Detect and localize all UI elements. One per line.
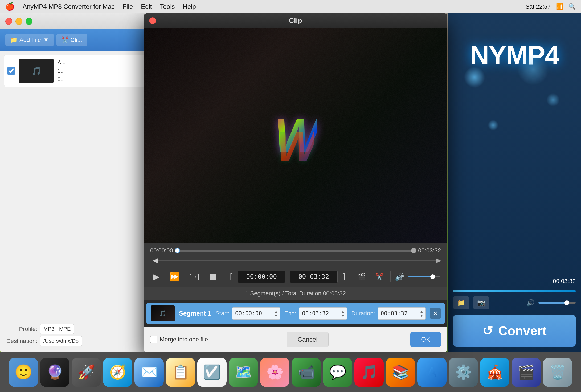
split-button[interactable]: ✂️ (373, 271, 386, 282)
photos-icon: 🌸 (266, 364, 284, 380)
convert-button[interactable]: ↺ Convert (453, 315, 576, 347)
mail-icon: ✉️ (141, 364, 158, 380)
menubar: 🍎 AnyMP4 MP3 Converter for Mac File Edit… (0, 0, 581, 13)
segment-start-group: Start: 00:00:00 ▲ ▼ (215, 307, 280, 320)
segment-end-timecode[interactable]: 00:03:32 ▲ ▼ (299, 307, 347, 320)
siri-icon: 🔮 (46, 364, 64, 380)
ctrl-divider-2 (351, 271, 351, 282)
close-button[interactable] (5, 18, 12, 25)
apple-menu[interactable]: 🍎 (5, 2, 15, 11)
segments-info-bar: 1 Segment(s) / Total Duration 00:03:32 (144, 287, 447, 300)
segment-start-arrows[interactable]: ▲ ▼ (275, 309, 277, 318)
dock-facetime[interactable]: 📹 (292, 358, 321, 387)
menu-tools[interactable]: Tools (160, 3, 175, 10)
rp-folder-btn[interactable]: 📁 (453, 296, 469, 309)
menu-help[interactable]: Help (183, 3, 196, 10)
segment-delete-button[interactable]: ✕ (430, 308, 441, 319)
merge-label: Merge into one file (160, 336, 208, 343)
segment-end-value: 00:03:32 (302, 310, 329, 317)
segment-duration-timecode[interactable]: 00:03:32 ▲ ▼ (378, 307, 426, 320)
end-timecode-input[interactable] (290, 271, 338, 283)
clip-label: Cli... (71, 36, 82, 43)
cancel-button[interactable]: Cancel (287, 332, 329, 347)
timeline-right-handle[interactable] (411, 248, 416, 253)
stop-button[interactable]: ⏹ (206, 270, 220, 283)
dock-music[interactable]: 🎵 (354, 358, 384, 387)
profile-value: MP3 - MPE (40, 324, 74, 334)
dock-capture[interactable]: 🎬 (512, 358, 541, 387)
play-button[interactable]: ▶ (150, 270, 162, 283)
convert-label: Convert (498, 324, 546, 338)
finder-icon: 🙂 (14, 364, 33, 381)
dock-mail[interactable]: ✉️ (134, 358, 164, 387)
merge-checkbox[interactable] (150, 336, 157, 343)
ctrl-divider-3 (390, 271, 391, 282)
dock-photos[interactable]: 🌸 (260, 358, 289, 387)
menubar-wifi-icon: 📶 (556, 3, 563, 10)
appstore-icon: A (427, 364, 437, 381)
dock-siri[interactable]: 🔮 (40, 358, 69, 387)
rp-volume-slider[interactable] (538, 302, 576, 304)
dock-keynote[interactable]: 🎪 (480, 358, 509, 387)
minimize-button[interactable] (15, 18, 22, 25)
file-checkbox[interactable] (7, 67, 15, 75)
profile-label: Profile: (5, 326, 37, 333)
rp-screenshot-btn[interactable]: 📷 (473, 296, 489, 309)
add-file-button[interactable]: 📁 Add File ▼ (5, 34, 54, 46)
particle-4 (488, 120, 498, 130)
video-preview: W W (144, 28, 447, 243)
dock-safari[interactable]: 🧭 (103, 358, 132, 387)
dock-finder[interactable]: 🙂 (9, 358, 38, 387)
dock-launchpad[interactable]: 🚀 (72, 358, 101, 387)
maps-icon: 🗺️ (235, 364, 252, 380)
maximize-button[interactable] (26, 18, 32, 25)
menubar-search-icon[interactable]: 🔍 (568, 3, 576, 10)
dock: 🙂 🔮 🚀 🧭 ✉️ 📋 ☑️ 🗺️ 🌸 📹 💬 🎵 📚 A ⚙️ 🎪 (0, 352, 581, 392)
segment-scroll-down[interactable]: ▼ (447, 314, 448, 320)
segment-duration-arrows[interactable]: ▲ ▼ (420, 309, 423, 318)
brand-name: NYMP4 (470, 40, 559, 71)
trim-right-icon[interactable]: ▶ (436, 256, 441, 264)
bracket-open: [ (229, 272, 233, 281)
notes-icon: 📋 (172, 364, 189, 380)
dock-messages[interactable]: 💬 (323, 358, 352, 387)
forward-button[interactable]: ⏩ (166, 270, 182, 283)
destination-value: /Users/dmx/Do (40, 336, 82, 346)
dock-trash[interactable]: 🗑️ (543, 358, 572, 387)
dock-prefs[interactable]: ⚙️ (449, 358, 478, 387)
start-timecode-input[interactable] (238, 271, 285, 283)
menu-file[interactable]: File (122, 3, 133, 10)
menu-edit[interactable]: Edit (141, 3, 152, 10)
books-icon: 📚 (392, 364, 409, 380)
clip-button[interactable]: ✂️ Cli... (56, 34, 87, 46)
trim-left-icon[interactable]: ◀ (153, 256, 158, 264)
particle-2 (546, 93, 560, 107)
clip-dialog-titlebar: Clip (144, 13, 447, 28)
frame-button[interactable]: [→] (187, 271, 202, 282)
dock-books[interactable]: 📚 (386, 358, 415, 387)
ok-button[interactable]: OK (410, 332, 441, 347)
segment-scroll-controls: ▲ ▼ (447, 307, 448, 320)
dock-appstore[interactable]: A (417, 358, 447, 387)
file-name: A... (58, 58, 66, 67)
segment-start-value: 00:00:00 (235, 310, 262, 317)
timeline-track[interactable] (177, 250, 414, 252)
dock-maps[interactable]: 🗺️ (229, 358, 258, 387)
file-info-line2: 0... (58, 75, 66, 84)
segment-end-group: End: 00:03:32 ▲ ▼ (284, 307, 347, 320)
add-file-dropdown-icon[interactable]: ▼ (43, 36, 49, 43)
timeline-start-time: 00:00:00 (150, 247, 173, 254)
add-segment-button[interactable]: 🎬 (355, 271, 369, 282)
segment-scroll-up[interactable]: ▲ (447, 307, 448, 313)
trim-handle-row: ◀ ▶ (150, 256, 441, 264)
dock-notes[interactable]: 📋 (166, 358, 195, 387)
segment-end-arrows[interactable]: ▲ ▼ (342, 309, 344, 318)
keynote-icon: 🎪 (486, 364, 504, 380)
dock-reminders[interactable]: ☑️ (197, 358, 227, 387)
timeline-left-handle[interactable] (175, 248, 180, 253)
clip-close-button[interactable] (149, 17, 156, 24)
dialog-bottom: Merge into one file Cancel OK (144, 327, 447, 352)
volume-slider[interactable] (408, 276, 440, 277)
segment-start-timecode[interactable]: 00:00:00 ▲ ▼ (232, 307, 280, 320)
volume-icon: 🔊 (395, 272, 404, 281)
